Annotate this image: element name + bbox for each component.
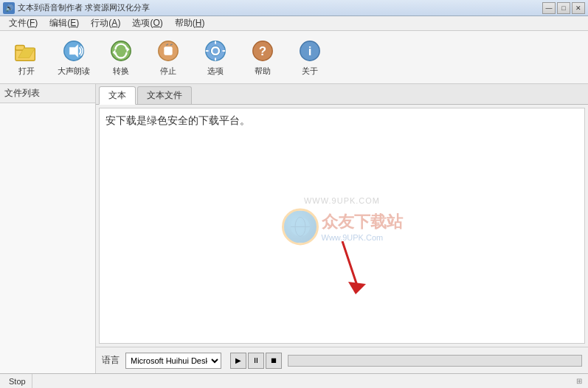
svg-point-24 <box>295 217 305 236</box>
read-label: 大声朗读 <box>58 66 90 77</box>
title-bar-controls: — □ ✕ <box>542 2 585 14</box>
watermark-text-right: 众友下载站 Www.9UPK.Com <box>322 211 403 242</box>
about-label: 关于 <box>302 66 318 77</box>
watermark: WWW.9UPK.COM 众友下载站 Www.9UPK.Com <box>282 196 403 245</box>
tab-text-file[interactable]: 文本文件 <box>137 86 192 104</box>
tab-text[interactable]: 文本 <box>99 86 136 105</box>
stop-button[interactable]: 停止 <box>148 35 189 80</box>
options-svg <box>203 38 228 63</box>
menu-file[interactable]: 文件(F) <box>3 15 44 31</box>
language-select[interactable]: Microsoft Huihui Deskt <box>125 353 221 369</box>
maximize-button[interactable]: □ <box>557 2 570 14</box>
red-arrow-container <box>328 241 372 302</box>
toolbar: 打开 大声朗读 转换 <box>0 31 588 84</box>
menu-edit[interactable]: 编辑(E) <box>44 15 85 31</box>
title-text: 文本到语音制作者 求资源网汉化分享 <box>18 2 150 13</box>
watermark-globe <box>289 215 311 238</box>
file-list-header: 文件列表 <box>0 84 95 103</box>
svg-text:?: ? <box>259 44 266 58</box>
watermark-url-top: WWW.9UPK.COM <box>304 196 380 205</box>
svg-text:i: i <box>308 44 312 58</box>
watermark-cn-name: 众友下载站 <box>322 211 403 233</box>
playback-controls: ▶ ⏸ ⏹ <box>230 353 282 369</box>
menu-bar: 文件(F) 编辑(E) 行动(A) 选项(O) 帮助(H) <box>0 16 588 31</box>
help-label: 帮助 <box>255 66 271 77</box>
text-editor[interactable]: 安下载是绿色安全的下载平台。 WWW.9UPK.COM 众友下载站 Www.9U <box>99 108 585 344</box>
title-bar-left: 🔊 文本到语音制作者 求资源网汉化分享 <box>3 2 150 14</box>
about-button[interactable]: i 关于 <box>289 35 331 80</box>
svg-rect-9 <box>164 46 172 55</box>
svg-marker-27 <box>348 282 366 294</box>
status-text: Stop <box>3 374 32 388</box>
speaker-icon <box>60 38 87 64</box>
content-area: 文件列表 文本 文本文件 安下载是绿色安全的下载平台。 WWW.9UPK.COM <box>0 84 588 373</box>
options-button[interactable]: 选项 <box>195 35 236 80</box>
title-bar: 🔊 文本到语音制作者 求资源网汉化分享 — □ ✕ <box>0 0 588 16</box>
help-button[interactable]: ? 帮助 <box>242 35 283 80</box>
stop-label: 停止 <box>160 66 176 77</box>
convert-label: 转换 <box>113 66 129 77</box>
app-icon: 🔊 <box>3 2 15 14</box>
stop-icon <box>155 38 181 64</box>
stop-svg <box>156 38 181 63</box>
menu-help[interactable]: 帮助(H) <box>169 15 211 31</box>
convert-svg <box>108 38 134 63</box>
play-button[interactable]: ▶ <box>230 353 246 369</box>
stop-playback-button[interactable]: ⏹ <box>266 353 282 369</box>
speaker-svg <box>61 38 86 63</box>
status-bar: Stop ⊞ <box>0 373 588 388</box>
watermark-logo: 众友下载站 Www.9UPK.Com <box>282 208 403 245</box>
watermark-circle <box>282 208 319 245</box>
open-folder-svg <box>14 38 39 63</box>
svg-point-14 <box>212 48 218 54</box>
progress-bar[interactable] <box>288 355 582 367</box>
convert-icon <box>108 38 134 64</box>
help-svg: ? <box>250 38 275 63</box>
open-label: 打开 <box>18 66 35 77</box>
read-button[interactable]: 大声朗读 <box>53 35 94 80</box>
tabs-bar: 文本 文本文件 <box>96 84 588 105</box>
info-svg: i <box>297 38 322 63</box>
svg-point-23 <box>291 217 310 236</box>
file-list-panel: 文件列表 <box>0 84 96 373</box>
svg-line-26 <box>342 241 357 285</box>
pause-button[interactable]: ⏸ <box>248 353 264 369</box>
minimize-button[interactable]: — <box>542 2 556 14</box>
options-icon <box>202 38 229 64</box>
menu-action[interactable]: 行动(A) <box>85 15 126 31</box>
menu-options[interactable]: 选项(O) <box>126 15 168 31</box>
open-button[interactable]: 打开 <box>6 35 47 80</box>
bottom-bar: 语言 Microsoft Huihui Deskt ▶ ⏸ ⏹ <box>96 347 588 373</box>
editor-area: 文本 文本文件 安下载是绿色安全的下载平台。 WWW.9UPK.COM <box>96 84 588 373</box>
editor-content: 安下载是绿色安全的下载平台。 <box>106 114 250 128</box>
options-label: 选项 <box>207 66 224 77</box>
language-label: 语言 <box>102 354 120 367</box>
help-icon: ? <box>249 38 276 64</box>
resize-gripper[interactable]: ⊞ <box>573 375 585 387</box>
close-button[interactable]: ✕ <box>572 2 585 14</box>
red-arrow-svg <box>328 241 372 300</box>
convert-button[interactable]: 转换 <box>100 35 142 80</box>
info-icon: i <box>297 38 323 64</box>
open-icon <box>13 38 40 64</box>
watermark-url-bottom: Www.9UPK.Com <box>322 233 403 242</box>
